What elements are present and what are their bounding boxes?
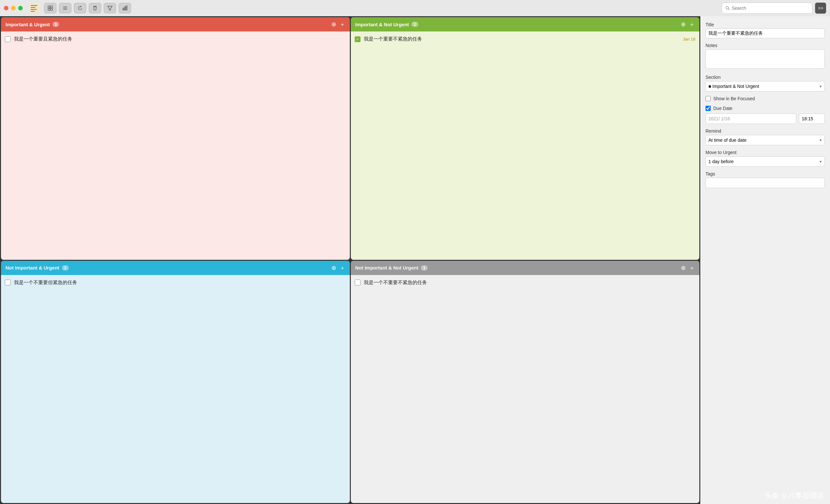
refresh-button[interactable]	[74, 3, 86, 13]
app-icon	[28, 2, 40, 14]
q1-task-label: 我是一个重要且紧急的任务	[14, 36, 346, 42]
q2-badge: 1	[411, 22, 418, 27]
date-input[interactable]	[705, 114, 796, 124]
svg-line-17	[728, 9, 730, 10]
search-icon	[725, 6, 730, 10]
q3-header: Not Important & Urgent 1 ⊕ ＋	[1, 261, 350, 275]
q3-search-button[interactable]: ⊕	[331, 264, 336, 272]
section-select-wrapper: ■ Important & Not Urgent ■ Important & U…	[705, 81, 825, 91]
section-select[interactable]: ■ Important & Not Urgent ■ Important & U…	[705, 81, 825, 91]
list-view-button[interactable]	[59, 3, 71, 13]
q4-body: 我是一个不重要不紧急的任务	[351, 275, 700, 503]
notes-section: Notes	[705, 43, 825, 70]
search-input[interactable]	[732, 5, 809, 11]
svg-rect-13	[123, 8, 124, 10]
q2-body: ✓ 我是一个重要不紧急的任务 Jan 16	[351, 31, 700, 260]
search-bar[interactable]	[722, 3, 812, 13]
title-input[interactable]	[705, 29, 825, 38]
table-row: 我是一个不重要不紧急的任务	[353, 278, 697, 288]
title-section: Title	[705, 22, 825, 38]
tags-section: Tags	[705, 171, 825, 188]
date-time-row	[705, 114, 825, 124]
q2-task-label: 我是一个重要不紧急的任务	[364, 36, 679, 42]
show-in-be-focused-checkbox[interactable]	[705, 96, 711, 101]
quadrant-grid: Important & Urgent 1 ⊕ ＋ 我是一个重要且紧急的任务 Im…	[0, 16, 700, 504]
due-date-checkbox[interactable]	[705, 106, 711, 111]
q2-task-date: Jan 16	[683, 37, 696, 41]
q1-body: 我是一个重要且紧急的任务	[1, 31, 350, 260]
remind-section: Remind At time of due date 5 minutes bef…	[705, 128, 825, 145]
svg-point-16	[726, 6, 729, 9]
q3-task-label: 我是一个不重要但紧急的任务	[14, 280, 346, 286]
move-to-urgent-select-wrapper: 1 day before 2 days before 3 days before…	[705, 156, 825, 167]
chart-button[interactable]	[119, 3, 131, 13]
q2-add-button[interactable]: ＋	[689, 21, 695, 28]
q3-task-checkbox[interactable]	[5, 280, 11, 285]
time-input[interactable]	[799, 114, 825, 124]
maximize-button[interactable]	[18, 6, 23, 10]
quadrant-not-important-not-urgent: Not Important & Not Urgent 1 ⊕ ＋ 我是一个不重要…	[351, 261, 700, 503]
due-date-label: Due Date	[713, 106, 732, 111]
q4-actions: ⊕ ＋	[681, 264, 695, 272]
tags-input[interactable]	[705, 178, 825, 188]
q3-badge: 1	[62, 265, 69, 271]
show-in-be-focused-label: Show in Be Focused	[713, 96, 755, 101]
q4-title: Not Important & Not Urgent	[355, 265, 419, 271]
quadrant-important-not-urgent: Important & Not Urgent 1 ⊕ ＋ ✓ 我是一个重要不紧急…	[351, 17, 700, 260]
title-label: Title	[705, 22, 825, 27]
svg-rect-7	[48, 8, 50, 10]
delete-button[interactable]	[89, 3, 101, 13]
move-to-urgent-section: Move to Urgent 1 day before 2 days befor…	[705, 150, 825, 167]
section-section: Section ■ Important & Not Urgent ■ Impor…	[705, 74, 825, 91]
filter-button[interactable]	[104, 3, 116, 13]
q3-body: 我是一个不重要但紧急的任务	[1, 275, 350, 503]
show-in-be-focused-row: Show in Be Focused	[705, 96, 825, 101]
move-to-urgent-select[interactable]: 1 day before 2 days before 3 days before…	[705, 156, 825, 167]
q4-add-button[interactable]: ＋	[689, 264, 695, 272]
svg-marker-12	[108, 6, 112, 10]
table-row: 我是一个重要且紧急的任务	[4, 34, 347, 44]
q3-title: Not Important & Urgent	[5, 265, 59, 271]
q3-actions: ⊕ ＋	[331, 264, 345, 272]
svg-rect-6	[51, 6, 53, 8]
q2-search-button[interactable]: ⊕	[681, 21, 686, 28]
grid-view-button[interactable]	[44, 3, 56, 13]
q1-badge: 1	[53, 22, 59, 27]
due-date-row: Due Date	[705, 106, 825, 111]
q4-task-label: 我是一个不重要不紧急的任务	[364, 280, 696, 286]
svg-rect-14	[125, 7, 125, 10]
q2-header: Important & Not Urgent 1 ⊕ ＋	[351, 17, 700, 31]
titlebar: >>	[0, 0, 830, 16]
svg-rect-5	[48, 6, 50, 8]
tags-label: Tags	[705, 171, 825, 177]
quadrant-important-urgent: Important & Urgent 1 ⊕ ＋ 我是一个重要且紧急的任务	[1, 17, 350, 260]
q1-task-checkbox[interactable]	[5, 36, 11, 42]
q3-add-button[interactable]: ＋	[340, 264, 345, 272]
q1-title: Important & Urgent	[5, 22, 50, 27]
q4-badge: 1	[421, 265, 428, 271]
notes-input[interactable]	[705, 49, 825, 69]
due-date-section: Due Date	[705, 106, 825, 124]
q1-search-button[interactable]: ⊕	[331, 21, 336, 28]
table-row: 我是一个不重要但紧急的任务	[4, 278, 347, 288]
move-to-urgent-label: Move to Urgent	[705, 150, 825, 155]
svg-rect-0	[29, 3, 39, 13]
q2-title: Important & Not Urgent	[355, 22, 409, 27]
notes-label: Notes	[705, 43, 825, 48]
quadrant-not-important-urgent: Not Important & Urgent 1 ⊕ ＋ 我是一个不重要但紧急的…	[1, 261, 350, 503]
section-label: Section	[705, 74, 825, 80]
table-row: ✓ 我是一个重要不紧急的任务 Jan 16	[353, 34, 697, 44]
svg-rect-8	[51, 8, 53, 10]
minimize-button[interactable]	[11, 6, 15, 10]
q1-actions: ⊕ ＋	[331, 21, 345, 28]
q4-header: Not Important & Not Urgent 1 ⊕ ＋	[351, 261, 700, 275]
remind-select[interactable]: At time of due date 5 minutes before 15 …	[705, 135, 825, 145]
expand-button[interactable]: >>	[815, 3, 826, 13]
close-button[interactable]	[4, 6, 8, 10]
q1-add-button[interactable]: ＋	[340, 21, 345, 28]
q4-task-checkbox[interactable]	[355, 280, 360, 285]
q4-search-button[interactable]: ⊕	[681, 264, 686, 272]
remind-label: Remind	[705, 128, 825, 134]
q2-task-checkbox[interactable]: ✓	[355, 36, 360, 42]
main-area: Important & Urgent 1 ⊕ ＋ 我是一个重要且紧急的任务 Im…	[0, 16, 830, 504]
